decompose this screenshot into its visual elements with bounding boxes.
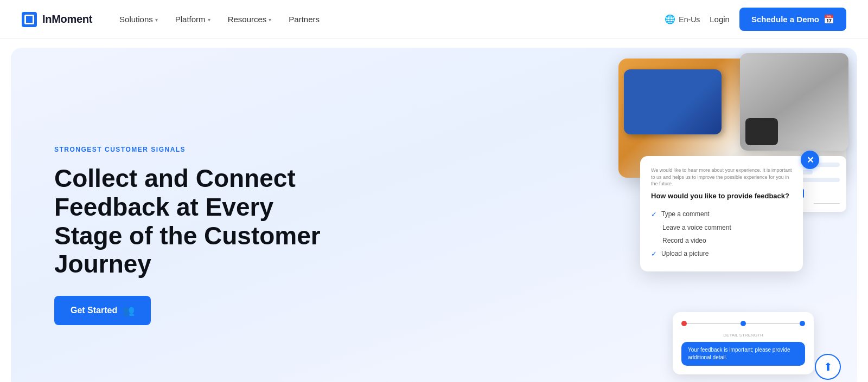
dot-red [681, 321, 687, 326]
hero-section: STRONGEST CUSTOMER SIGNALS Collect and C… [11, 48, 857, 382]
dark-shoes-image [740, 53, 848, 151]
check-icon: ✓ [651, 250, 657, 258]
journey-card: DETAIL STRENGTH Your feedback is importa… [673, 312, 814, 374]
dot-blue-2 [800, 321, 805, 326]
upload-button[interactable]: ⬆ [815, 354, 841, 380]
globe-icon: 🌐 [665, 14, 675, 24]
calendar-icon: 📅 [824, 14, 834, 24]
logo-icon [22, 12, 37, 27]
nav-links: Solutions ▾ Platform ▾ Resources ▾ Partn… [112, 10, 327, 28]
hero-content: STRONGEST CUSTOMER SIGNALS Collect and C… [11, 124, 369, 347]
journey-label: DETAIL STRENGTH [681, 333, 805, 338]
get-started-button[interactable]: Get Started 👥 [54, 296, 151, 325]
nav-partners[interactable]: Partners [281, 10, 327, 28]
nav-left: InMoment Solutions ▾ Platform ▾ Resource… [22, 10, 327, 28]
feedback-card: We would like to hear more about your ex… [640, 156, 803, 271]
feedback-option-4[interactable]: ✓ Upload a picture [651, 247, 792, 261]
navbar: InMoment Solutions ▾ Platform ▾ Resource… [0, 0, 868, 39]
dot-blue [741, 321, 746, 326]
nav-platform[interactable]: Platform ▾ [168, 10, 218, 28]
chat-bubble: Your feedback is important; please provi… [681, 342, 805, 366]
feedback-option-3[interactable]: Record a video [651, 234, 792, 247]
nav-right: 🌐 En-Us Login Schedule a Demo 📅 [665, 8, 846, 31]
feedback-option-1[interactable]: ✓ Type a comment [651, 208, 792, 221]
language-selector[interactable]: 🌐 En-Us [665, 14, 700, 24]
chevron-down-icon: ▾ [269, 17, 271, 23]
hero-title: Collect and Connect Feedback at Every St… [54, 164, 326, 279]
schedule-demo-button[interactable]: Schedule a Demo 📅 [739, 8, 846, 31]
journey-line [681, 321, 805, 326]
logo[interactable]: InMoment [22, 12, 92, 27]
chevron-down-icon: ▾ [208, 17, 210, 23]
nav-resources[interactable]: Resources ▾ [220, 10, 279, 28]
feedback-card-subtext: We would like to hear more about your ex… [651, 167, 792, 187]
users-icon: 👥 [123, 305, 135, 316]
nav-solutions[interactable]: Solutions ▾ [112, 10, 165, 28]
hero-visual: ✕ We would like to hear more about your … [392, 48, 857, 382]
feedback-option-2[interactable]: Leave a voice comment [651, 221, 792, 234]
upload-icon: ⬆ [824, 360, 833, 373]
feedback-card-question: How would you like to provide feedback? [651, 192, 792, 200]
check-icon: ✓ [651, 210, 657, 218]
hero-eyebrow: STRONGEST CUSTOMER SIGNALS [54, 146, 326, 153]
chevron-down-icon: ▾ [155, 17, 158, 23]
close-button[interactable]: ✕ [801, 151, 819, 169]
login-button[interactable]: Login [710, 15, 730, 24]
logo-text: InMoment [42, 13, 92, 25]
